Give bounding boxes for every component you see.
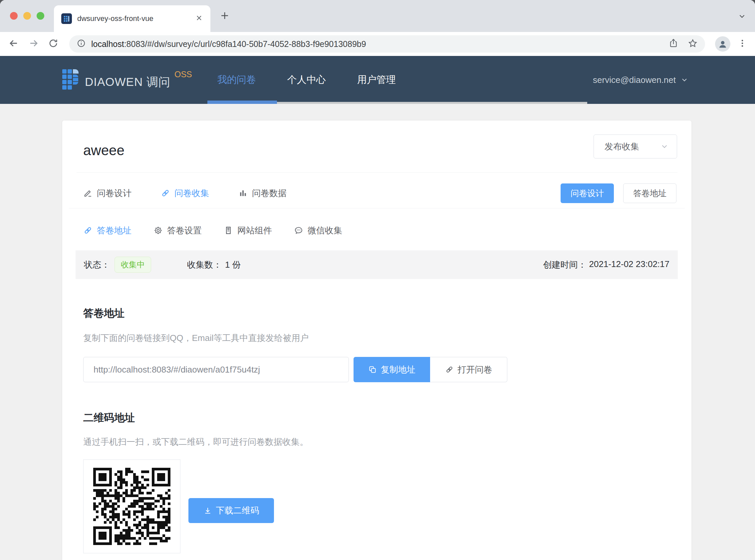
url-host: localhost	[91, 39, 124, 48]
brand-logo[interactable]: DIAOWEN 调问 OSS	[62, 69, 192, 91]
design-button[interactable]: 问卷设计	[560, 183, 614, 203]
open-survey-button[interactable]: 打开问卷	[430, 357, 507, 382]
created-time-value: 2021-12-02 23:02:17	[589, 259, 670, 271]
url-text: localhost:8083/#/dw/survey/c/url/c98fa14…	[91, 39, 669, 49]
tab-label: 问卷收集	[175, 187, 209, 199]
answer-url-row: 复制地址 打开问卷	[83, 357, 507, 382]
brand-oss-badge: OSS	[175, 69, 192, 79]
survey-tabs: 问卷设计 问卷收集 问卷数据 问卷设计 答卷地址	[83, 183, 676, 203]
survey-url-input[interactable]	[83, 357, 349, 382]
divider	[69, 208, 685, 208]
subtab-label: 答卷地址	[97, 225, 131, 236]
brand-name: DIAOWEN 调问	[85, 74, 170, 90]
page-background: aweee 发布收集 问卷设计 问卷收集 问卷数据	[0, 104, 755, 560]
collect-count-value: 1 份	[225, 259, 241, 271]
collect-count-label: 收集数：	[187, 259, 222, 271]
download-qr-button[interactable]: 下载二维码	[188, 498, 274, 523]
tab-label: 问卷数据	[252, 187, 287, 199]
site-info-icon[interactable]	[77, 39, 86, 49]
status-bar: 状态： 收集中 收集数： 1 份 创建时间： 2021-12-02 23:02:…	[76, 251, 678, 279]
minimize-window-button[interactable]	[23, 12, 31, 20]
favicon	[61, 13, 72, 24]
browser-toolbar: localhost:8083/#/dw/survey/c/url/c98fa14…	[0, 32, 755, 56]
answer-url-heading: 答卷地址	[83, 306, 124, 320]
created-time-label: 创建时间：	[543, 259, 587, 271]
survey-card: aweee 发布收集 问卷设计 问卷收集 问卷数据	[62, 121, 691, 560]
browser-menu-icon[interactable]	[738, 39, 747, 49]
download-qr-button-label: 下载二维码	[216, 505, 259, 516]
nav-my-surveys[interactable]: 我的问卷	[217, 73, 256, 86]
publish-select-value: 发布收集	[605, 141, 660, 153]
user-menu[interactable]: service@diaowen.net	[593, 75, 689, 85]
status-label: 状态：	[84, 259, 110, 271]
tab-close-icon[interactable]	[195, 14, 203, 23]
chevron-down-icon	[660, 142, 669, 151]
profile-avatar[interactable]	[715, 36, 730, 52]
subtab-site-widget[interactable]: 网站组件	[224, 225, 272, 236]
bookmark-star-icon[interactable]	[688, 38, 698, 49]
design-button-label: 问卷设计	[571, 188, 604, 199]
status-badge: 收集中	[115, 257, 151, 273]
subtab-label: 网站组件	[237, 225, 272, 236]
app-header: DIAOWEN 调问 OSS 我的问卷 个人中心 用户管理 service@di…	[0, 56, 755, 104]
window-controls[interactable]	[10, 12, 44, 20]
qr-description: 通过手机扫一扫，或下载二维码，即可进行问卷数据收集。	[83, 436, 308, 448]
copy-icon	[368, 365, 377, 374]
url-path: :8083/#/dw/survey/c/url/c98fa140-50b7-40…	[124, 39, 366, 48]
collect-subtabs: 答卷地址 答卷设置 网站组件 微信收集	[83, 220, 676, 240]
link-icon	[161, 188, 170, 198]
widget-badge-icon	[224, 226, 233, 235]
answer-url-button[interactable]: 答卷地址	[623, 183, 676, 203]
tab-title: dwsurvey-oss-front-vue	[77, 14, 195, 23]
new-tab-button[interactable]	[219, 10, 230, 23]
qr-code-box	[83, 459, 180, 553]
browser-tab-strip: dwsurvey-oss-front-vue	[0, 0, 755, 32]
answer-url-description: 复制下面的问卷链接到QQ，Email等工具中直接发给被用户	[83, 332, 309, 344]
browser-tab[interactable]: dwsurvey-oss-front-vue	[54, 5, 210, 32]
publish-select[interactable]: 发布收集	[594, 135, 677, 159]
subtab-answer-settings[interactable]: 答卷设置	[154, 225, 202, 236]
chevron-down-icon	[680, 76, 689, 84]
forward-icon[interactable]	[28, 38, 39, 50]
close-window-button[interactable]	[10, 12, 18, 20]
url-bar[interactable]: localhost:8083/#/dw/survey/c/url/c98fa14…	[69, 35, 705, 53]
divider	[77, 173, 677, 173]
subtab-answer-url[interactable]: 答卷地址	[83, 225, 131, 236]
copy-url-button-label: 复制地址	[381, 364, 415, 376]
tab-survey-collect[interactable]: 问卷收集	[161, 187, 209, 199]
qr-code	[93, 468, 170, 545]
open-survey-button-label: 打开问卷	[458, 364, 492, 376]
gear-icon	[154, 226, 163, 235]
subtab-label: 答卷设置	[167, 225, 202, 236]
diaowen-logo-icon	[62, 69, 79, 91]
survey-title: aweee	[83, 142, 124, 159]
reload-icon[interactable]	[48, 38, 59, 50]
qr-heading: 二维码地址	[83, 411, 135, 425]
subtab-label: 微信收集	[308, 225, 342, 236]
bar-chart-icon	[238, 188, 248, 198]
link-icon	[83, 226, 93, 235]
nav-personal-center[interactable]: 个人中心	[287, 73, 326, 86]
tab-survey-data[interactable]: 问卷数据	[238, 187, 287, 199]
browser-window: dwsurvey-oss-front-vue localhost:8083/#/…	[0, 0, 755, 560]
tab-search-chevron-icon[interactable]	[738, 12, 746, 22]
zoom-window-button[interactable]	[37, 12, 44, 20]
pencil-icon	[83, 188, 93, 198]
share-icon[interactable]	[669, 38, 678, 49]
nav-user-management[interactable]: 用户管理	[357, 73, 396, 86]
active-nav-underline	[207, 101, 277, 104]
download-icon	[203, 506, 212, 515]
tab-survey-design[interactable]: 问卷设计	[83, 187, 131, 199]
back-icon[interactable]	[8, 38, 19, 50]
tab-label: 问卷设计	[97, 187, 131, 199]
main-nav: 我的问卷 个人中心 用户管理	[217, 73, 396, 86]
subtab-wechat-collect[interactable]: 微信收集	[294, 225, 342, 236]
link-icon	[445, 365, 454, 374]
answer-url-button-label: 答卷地址	[633, 188, 667, 199]
wechat-chat-icon	[294, 226, 303, 235]
user-email: service@diaowen.net	[593, 75, 676, 85]
copy-url-button[interactable]: 复制地址	[353, 357, 430, 382]
